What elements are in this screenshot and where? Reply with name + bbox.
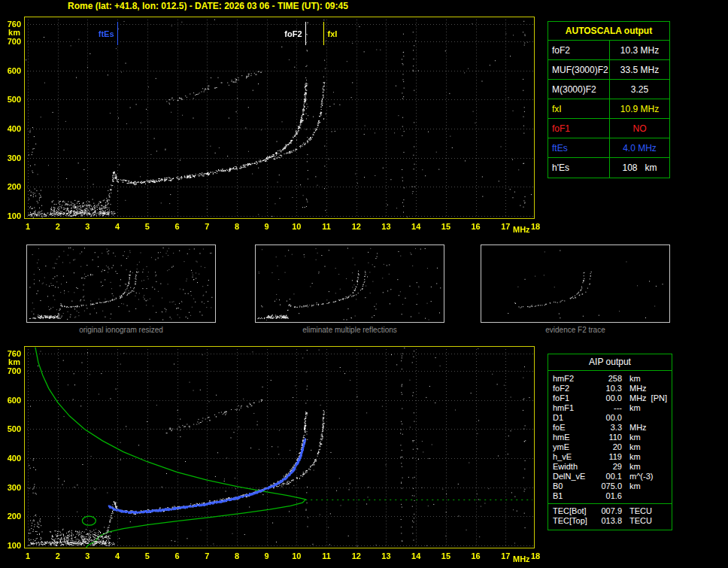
param-label: ftEs: [548, 138, 610, 157]
param-label: hmF1: [553, 403, 596, 413]
param-value: 007.9: [596, 506, 622, 516]
tec-divider: [548, 503, 672, 504]
top-ionogram-plot: [0, 11, 544, 236]
aip-row-hmF2: hmF2258km: [553, 374, 667, 384]
table-row-foF2: foF2 10.3 MHz: [548, 41, 669, 60]
thumbnail-evidence-canvas: [481, 245, 669, 322]
param-value: ---: [596, 403, 622, 413]
aip-row-TEC-top: TEC[Top]013.8TECU: [553, 516, 667, 526]
param-unit: MHz: [629, 393, 647, 403]
aip-output-body: hmF2258km foF210.3MHz foF100.0MHz[PN] hm…: [548, 371, 672, 530]
param-value: 108 km: [610, 158, 669, 178]
param-value: 119: [596, 452, 622, 462]
param-label: foF2: [553, 384, 596, 393]
param-unit: MHz: [629, 423, 647, 433]
param-label: hmE: [553, 433, 596, 442]
param-value: NO: [610, 119, 669, 138]
param-unit: km: [629, 403, 641, 413]
station-date-title: Rome (lat: +41.8, lon: 012.5) - DATE: 20…: [68, 1, 348, 11]
param-value: 013.8: [596, 516, 622, 526]
param-value: 258: [596, 374, 622, 384]
table-row-M3000F2: M(3000)F2 3.25: [548, 80, 669, 99]
aip-row-foF1: foF100.0MHz[PN]: [553, 393, 667, 403]
thumbnail-eliminate-canvas: [256, 245, 444, 322]
param-label: fxI: [548, 99, 610, 118]
param-value: 10.9 MHz: [610, 99, 669, 118]
param-label: Ewidth: [553, 462, 596, 472]
param-unit: MHz: [629, 384, 647, 393]
table-row-hEs: h'Es 108 km: [548, 158, 669, 178]
param-unit: km: [629, 452, 641, 462]
param-label: foE: [553, 423, 596, 433]
param-unit: m^(-3): [629, 472, 653, 481]
param-unit: TECU: [629, 516, 652, 526]
autoscala-output-panel: AUTOSCALA output foF2 10.3 MHz MUF(3000)…: [548, 21, 670, 178]
bottom-ionogram-plot: [0, 340, 544, 566]
param-unit: km: [629, 481, 641, 491]
autoscala-output-title: AUTOSCALA output: [548, 22, 669, 41]
param-value: 3.25: [610, 80, 669, 99]
param-value: 110: [596, 433, 622, 442]
aip-row-h_vE: h_vE119km: [553, 452, 667, 462]
thumbnail-eliminate-reflections: [255, 245, 444, 323]
aip-row-hmF1: hmF1---km: [553, 403, 667, 413]
param-label: foF1: [548, 119, 610, 138]
table-row-MUF3000F2: MUF(3000)F2 33.5 MHz: [548, 60, 669, 80]
param-value: 20: [596, 442, 622, 452]
aip-row-TEC-bot: TEC[Bot]007.9TECU: [553, 506, 667, 516]
param-unit: km: [629, 442, 641, 452]
thumbnail-caption-original: original ionogram resized: [26, 326, 216, 334]
aip-row-Ewidth: Ewidth29km: [553, 462, 667, 472]
table-row-fxI: fxI 10.9 MHz: [548, 99, 669, 119]
thumbnail-original-ionogram: [26, 245, 216, 323]
param-value: 00.1: [596, 472, 622, 481]
aip-row-hmE: hmE110km: [553, 433, 667, 442]
param-value: 00.0: [596, 413, 622, 423]
param-value: 10.3: [596, 384, 622, 393]
thumbnail-caption-evidence: evidence F2 trace: [481, 326, 670, 334]
aip-output-panel: AIP output hmF2258km foF210.3MHz foF100.…: [548, 354, 672, 530]
param-label: h'Es: [548, 158, 610, 178]
param-label: hmF2: [553, 374, 596, 384]
aip-row-ymE: ymE20km: [553, 442, 667, 452]
param-unit: km: [629, 374, 641, 384]
param-label: h_vE: [553, 452, 596, 462]
table-row-ftEs: ftEs 4.0 MHz: [548, 138, 669, 158]
param-unit: km: [629, 433, 641, 442]
param-value: 33.5 MHz: [610, 60, 669, 79]
aip-row-B0: B0075.0km: [553, 481, 667, 491]
param-value: 4.0 MHz: [610, 138, 669, 157]
param-value: 10.3 MHz: [610, 41, 669, 59]
thumbnail-evidence-f2: [481, 245, 670, 323]
param-unit: km: [629, 462, 641, 472]
param-label: MUF(3000)F2: [548, 60, 610, 79]
param-label: TEC[Bot]: [553, 506, 596, 516]
param-label: DelN_vE: [553, 472, 596, 481]
aip-row-foE: foE3.3MHz: [553, 423, 667, 433]
aip-row-B1: B101.6: [553, 491, 667, 501]
param-label: B1: [553, 491, 596, 501]
param-label: M(3000)F2: [548, 80, 610, 99]
param-label: D1: [553, 413, 596, 423]
param-value: 075.0: [596, 481, 622, 491]
param-flag: [PN]: [651, 393, 667, 403]
param-label: B0: [553, 481, 596, 491]
param-value: 00.0: [596, 393, 622, 403]
param-value: 01.6: [596, 491, 622, 501]
table-row-foF1: foF1 NO: [548, 119, 669, 138]
thumbnail-caption-eliminate: eliminate multiple reflections: [255, 326, 444, 334]
aip-row-DelN_vE: DelN_vE00.1m^(-3): [553, 472, 667, 481]
param-label: foF1: [553, 393, 596, 403]
param-label: TEC[Top]: [553, 516, 596, 526]
param-value: 3.3: [596, 423, 622, 433]
aip-row-foF2: foF210.3MHz: [553, 384, 667, 393]
param-label: ymE: [553, 442, 596, 452]
param-unit: TECU: [629, 506, 652, 516]
aip-row-D1: D100.0: [553, 413, 667, 423]
thumbnail-original-canvas: [27, 245, 215, 322]
param-label: foF2: [548, 41, 610, 59]
aip-output-title: AIP output: [548, 354, 672, 371]
param-value: 29: [596, 462, 622, 472]
